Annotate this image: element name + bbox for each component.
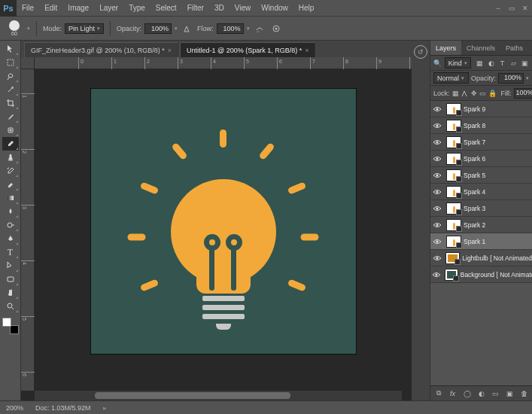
tool-type[interactable]: T xyxy=(2,245,19,259)
filter-type-icon[interactable]: T xyxy=(498,58,507,68)
layer-name[interactable]: Spark 1 xyxy=(464,238,485,245)
visibility-toggle-icon[interactable] xyxy=(430,205,444,212)
layer-thumbnail[interactable] xyxy=(446,120,461,132)
maximize-button[interactable]: ▭ xyxy=(505,2,518,14)
adjustment-layer-icon[interactable]: ◐ xyxy=(476,388,486,398)
layer-thumbnail[interactable] xyxy=(446,236,461,248)
visibility-toggle-icon[interactable] xyxy=(430,254,443,262)
airbrush-icon[interactable] xyxy=(253,22,266,35)
tool-blur[interactable] xyxy=(2,205,19,218)
filter-shape-icon[interactable]: ▱ xyxy=(509,58,518,68)
tool-zoom[interactable] xyxy=(2,300,19,313)
menu-file[interactable]: File xyxy=(17,0,39,17)
tool-heal[interactable] xyxy=(2,123,19,137)
close-button[interactable]: ✕ xyxy=(518,2,532,14)
filter-smart-icon[interactable]: ▣ xyxy=(520,58,529,68)
layer-fill-field[interactable]: 100% xyxy=(514,88,532,99)
visibility-toggle-icon[interactable] xyxy=(430,221,444,229)
foreground-color-swatch[interactable] xyxy=(2,318,11,327)
layer-row[interactable]: Spark 1 xyxy=(430,233,532,250)
lock-position-icon[interactable]: ✥ xyxy=(471,88,477,99)
layer-name[interactable]: Spark 7 xyxy=(464,139,485,146)
layer-row[interactable]: Spark 5 xyxy=(430,167,532,184)
visibility-toggle-icon[interactable] xyxy=(430,188,444,196)
tool-eraser[interactable] xyxy=(2,178,19,191)
layer-name[interactable]: Lightbulb [ Not Animated ] xyxy=(462,254,532,262)
layer-thumbnail[interactable] xyxy=(445,269,458,281)
layer-group-icon[interactable]: ▭ xyxy=(491,388,500,398)
tool-dodge[interactable] xyxy=(2,218,19,232)
layer-style-icon[interactable]: fx xyxy=(448,388,458,398)
pressure-opacity-icon[interactable] xyxy=(181,22,194,35)
layer-row[interactable]: Background [ Not Animated ] xyxy=(430,266,532,283)
tool-wand[interactable] xyxy=(2,83,19,96)
minimize-button[interactable]: – xyxy=(491,2,505,14)
panel-tab-channels[interactable]: Channels xyxy=(461,41,500,55)
layer-row[interactable]: Spark 7 xyxy=(430,134,532,151)
lock-artboard-icon[interactable]: ▭ xyxy=(479,88,486,99)
layer-mask-icon[interactable]: ◯ xyxy=(462,388,472,398)
tool-marquee[interactable] xyxy=(2,56,19,69)
tool-shape[interactable] xyxy=(2,272,19,286)
color-swatches[interactable] xyxy=(2,318,19,334)
layer-name[interactable]: Background [ Not Animated ] xyxy=(461,271,532,279)
brush-preset-picker[interactable]: 60 xyxy=(5,19,24,38)
layer-thumbnail[interactable] xyxy=(446,186,461,198)
layer-name[interactable]: Spark 3 xyxy=(464,205,485,212)
tool-path[interactable] xyxy=(2,259,19,272)
layer-row[interactable]: Spark 2 xyxy=(430,217,532,233)
menu-select[interactable]: Select xyxy=(150,0,182,17)
layer-thumbnail[interactable] xyxy=(446,136,461,148)
horizontal-scrollbar[interactable] xyxy=(35,391,402,400)
layer-thumbnail[interactable] xyxy=(446,219,461,231)
layer-opacity-field[interactable]: 100% xyxy=(498,73,524,84)
layer-name[interactable]: Spark 8 xyxy=(464,122,485,129)
filter-pixel-icon[interactable]: ▦ xyxy=(476,58,485,68)
menu-image[interactable]: Image xyxy=(62,0,94,17)
layer-row[interactable]: Spark 3 xyxy=(430,200,532,217)
tool-stamp[interactable] xyxy=(2,151,19,164)
layer-name[interactable]: Spark 2 xyxy=(464,221,485,229)
layer-name[interactable]: Spark 6 xyxy=(464,155,485,163)
menu-filter[interactable]: Filter xyxy=(182,0,209,17)
visibility-toggle-icon[interactable] xyxy=(430,271,442,279)
new-layer-icon[interactable]: ▣ xyxy=(505,388,515,398)
layer-row[interactable]: Spark 6 xyxy=(430,151,532,167)
layer-row[interactable]: Spark 4 xyxy=(430,184,532,200)
menu-type[interactable]: Type xyxy=(123,0,150,17)
tool-hand[interactable] xyxy=(2,286,19,300)
opacity-field[interactable]: 100% xyxy=(144,23,172,34)
panel-tab-paths[interactable]: Paths xyxy=(500,41,528,55)
tool-eyedropper[interactable] xyxy=(2,110,19,123)
pressure-size-icon[interactable] xyxy=(269,22,283,35)
menu-view[interactable]: View xyxy=(230,0,257,17)
layer-row[interactable]: Spark 9 xyxy=(430,101,532,117)
close-tab-icon[interactable]: × xyxy=(305,47,309,54)
lock-image-icon[interactable] xyxy=(461,88,469,99)
tool-history[interactable] xyxy=(2,164,19,178)
filter-adjust-icon[interactable]: ◐ xyxy=(487,58,496,68)
canvas[interactable] xyxy=(91,89,356,354)
layer-thumbnail[interactable] xyxy=(446,103,461,115)
history-panel-icon[interactable]: ↺ xyxy=(414,45,427,59)
layer-thumbnail[interactable] xyxy=(446,169,461,181)
layer-blend-mode-select[interactable]: Normal▾ xyxy=(433,72,469,84)
layer-thumbnail[interactable] xyxy=(446,153,461,165)
flow-field[interactable]: 100% xyxy=(217,23,244,34)
lock-transparency-icon[interactable]: ▦ xyxy=(452,88,459,99)
tool-crop[interactable] xyxy=(2,96,19,110)
menu-window[interactable]: Window xyxy=(256,0,293,17)
close-tab-icon[interactable]: × xyxy=(168,47,172,54)
tool-brush[interactable] xyxy=(2,137,19,151)
layer-thumbnail[interactable] xyxy=(446,202,461,215)
delete-layer-icon[interactable]: 🗑 xyxy=(519,388,529,398)
visibility-toggle-icon[interactable] xyxy=(430,238,444,245)
layer-name[interactable]: Spark 4 xyxy=(464,188,485,196)
zoom-level[interactable]: 200% xyxy=(6,404,23,412)
document-tab[interactable]: Untitled-1 @ 200% (Spark 1, RGB/8) *× xyxy=(180,42,315,57)
visibility-toggle-icon[interactable] xyxy=(430,155,444,163)
menu-layer[interactable]: Layer xyxy=(94,0,123,17)
visibility-toggle-icon[interactable] xyxy=(430,139,444,146)
layer-row[interactable]: Lightbulb [ Not Animated ] xyxy=(430,250,532,266)
layer-thumbnail[interactable] xyxy=(445,252,460,264)
